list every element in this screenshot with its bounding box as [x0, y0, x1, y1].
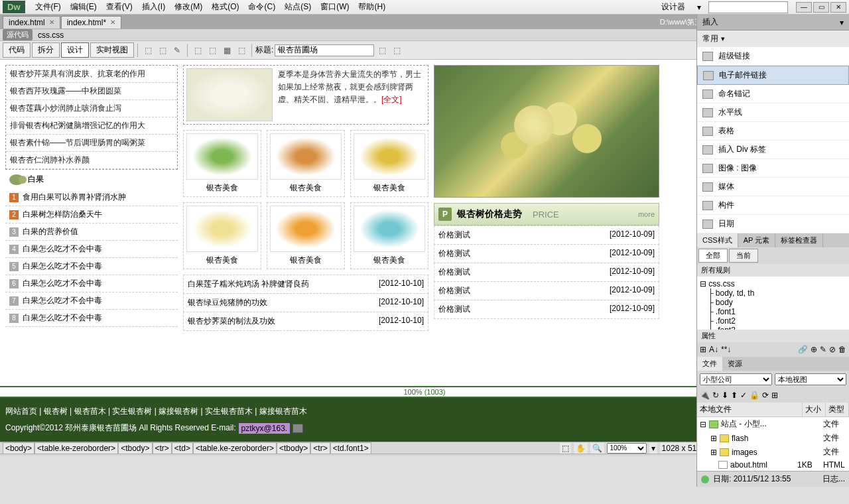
- selection-tool-icon[interactable]: ⬚: [560, 443, 571, 454]
- tag-inspector-tab[interactable]: 标签检查器: [775, 233, 823, 247]
- menu-window[interactable]: 窗口(W): [316, 0, 354, 14]
- food-item[interactable]: 银杏美食: [350, 202, 428, 269]
- list-item[interactable]: 2白果树怎样防治桑天牛: [5, 206, 178, 223]
- toolbar-icon[interactable]: ⬚: [390, 44, 403, 57]
- css-rules-tree[interactable]: ⊟ css.css ├ body, td, th ├ body ├ .font1…: [697, 277, 849, 330]
- close-button[interactable]: ✕: [830, 2, 846, 13]
- hand-tool-icon[interactable]: ✋: [574, 443, 588, 454]
- read-more-link[interactable]: [全文]: [381, 95, 402, 104]
- insert-item[interactable]: 命名锚记: [697, 85, 849, 103]
- add-property-icon[interactable]: ⊞: [700, 345, 706, 354]
- food-item[interactable]: 银杏美食: [267, 202, 345, 269]
- tag-selector-item[interactable]: <td.font1>: [330, 442, 371, 454]
- refresh-icon[interactable]: ↻: [712, 391, 719, 400]
- put-icon[interactable]: ⬆: [731, 391, 738, 400]
- list-item[interactable]: 白果莲子糯米炖鸡汤 补脾健肾良药[2012-10-10]: [183, 275, 428, 294]
- tag-selector-item[interactable]: <tr>: [153, 442, 172, 454]
- email-icon[interactable]: [293, 424, 303, 433]
- list-item[interactable]: 价格测试[2012-10-09]: [434, 225, 659, 245]
- food-item[interactable]: 银杏美食: [267, 130, 345, 197]
- attach-icon[interactable]: 🔗: [798, 345, 808, 354]
- split-view-button[interactable]: 拆分: [32, 42, 60, 58]
- minimize-button[interactable]: —: [796, 2, 812, 13]
- files-tab[interactable]: 文件: [697, 357, 722, 371]
- tag-selector-item[interactable]: <td>: [172, 442, 193, 454]
- list-item[interactable]: 3白果的营养价值: [5, 223, 178, 241]
- category-icon[interactable]: **↓: [721, 345, 731, 354]
- log-link[interactable]: 日志...: [822, 473, 845, 485]
- maximize-button[interactable]: ▭: [813, 2, 829, 13]
- list-item[interactable]: 价格测试[2012-10-09]: [434, 244, 659, 263]
- site-select[interactable]: 小型公司: [700, 373, 772, 385]
- list-item[interactable]: 银杏炒芹菜具有润皮肤、抗衰老的作用: [6, 66, 177, 83]
- current-rules-button[interactable]: 当前: [729, 249, 758, 263]
- files-tree[interactable]: 本地文件 大小 类型 ⊟站点 - 小型...文件 ⊞flash文件 ⊞image…: [697, 403, 849, 471]
- tag-selector-item[interactable]: <table.ke-zeroborder>: [34, 442, 118, 454]
- list-item[interactable]: 银杏炒荠菜的制法及功效[2012-10-10]: [183, 312, 428, 331]
- list-item[interactable]: 价格测试[2012-10-09]: [434, 263, 659, 282]
- list-item[interactable]: 5白果怎么吃才不会中毒: [5, 258, 178, 275]
- related-file[interactable]: css.css: [38, 31, 64, 40]
- list-item[interactable]: 排骨银杏枸杞粥健脑增强记忆的作用大: [6, 117, 177, 135]
- sort-icon[interactable]: A↓: [709, 345, 718, 354]
- insert-item[interactable]: 水平线: [697, 103, 849, 122]
- file-tab[interactable]: index.html✕: [3, 16, 60, 29]
- food-item[interactable]: 银杏美食: [183, 130, 261, 197]
- toolbar-icon[interactable]: ⬚: [235, 44, 248, 57]
- insert-item[interactable]: 构件: [697, 196, 849, 215]
- tag-selector-item[interactable]: <tr>: [310, 442, 330, 454]
- insert-item[interactable]: 图像 : 图像: [697, 159, 849, 178]
- insert-panel-tab[interactable]: 插入▾: [697, 15, 849, 31]
- connect-icon[interactable]: 🔌: [700, 391, 710, 400]
- list-item[interactable]: 8白果怎么吃才不会中毒: [5, 310, 178, 327]
- css-styles-tab[interactable]: CSS样式: [697, 233, 738, 247]
- tag-selector-item[interactable]: <table.ke-zeroborder>: [193, 442, 277, 454]
- insert-item[interactable]: 日期: [697, 215, 849, 233]
- tag-selector-item[interactable]: <tbody>: [118, 442, 152, 454]
- list-item[interactable]: 价格测试[2012-10-09]: [434, 281, 659, 300]
- toolbar-icon[interactable]: ▦: [220, 44, 233, 57]
- menu-view[interactable]: 查看(V): [101, 0, 137, 14]
- insert-item[interactable]: 媒体: [697, 178, 849, 196]
- edit-icon[interactable]: ✎: [820, 345, 826, 354]
- delete-icon[interactable]: 🗑: [838, 345, 846, 354]
- list-item[interactable]: 7白果怎么吃才不会中毒: [5, 292, 178, 310]
- list-item[interactable]: 银杏西芹玫瑰露——中秋团圆菜: [6, 83, 177, 100]
- insert-item[interactable]: 电子邮件链接: [697, 66, 849, 85]
- toolbar-icon[interactable]: ⬚: [141, 44, 155, 57]
- list-item[interactable]: 4白果怎么吃才不会中毒: [5, 241, 178, 258]
- sync-icon[interactable]: ⟳: [762, 391, 769, 400]
- insert-item[interactable]: 表格: [697, 122, 849, 141]
- menu-file[interactable]: 文件(F): [31, 0, 66, 14]
- new-rule-icon[interactable]: ⊕: [811, 345, 817, 354]
- toolbar-icon[interactable]: ✎: [170, 44, 184, 57]
- insert-category[interactable]: 常用 ▾: [697, 31, 849, 47]
- live-view-button[interactable]: 实时视图: [90, 42, 134, 58]
- list-item[interactable]: 银杏素什锦——节后调理肠胃的喝粥菜: [6, 135, 177, 152]
- title-input[interactable]: [275, 44, 374, 56]
- file-tab-active[interactable]: index.html*✕: [61, 16, 121, 29]
- menu-format[interactable]: 格式(O): [207, 0, 243, 14]
- toolbar-icon[interactable]: ⬚: [191, 44, 204, 57]
- close-icon[interactable]: ✕: [49, 19, 54, 26]
- list-item[interactable]: 银杏杏仁润肺补水养颜: [6, 152, 177, 169]
- menu-modify[interactable]: 修改(M): [170, 0, 207, 14]
- menu-insert[interactable]: 插入(I): [137, 0, 170, 14]
- assets-tab[interactable]: 资源: [722, 357, 748, 371]
- list-item[interactable]: 银杏莲藕小炒润肺止咳消食止泻: [6, 100, 177, 117]
- toolbar-icon[interactable]: ⬚: [206, 44, 219, 57]
- food-item[interactable]: 银杏美食: [350, 130, 428, 197]
- disable-icon[interactable]: ⊘: [829, 345, 836, 354]
- view-select[interactable]: 本地视图: [775, 373, 847, 385]
- zoom-tool-icon[interactable]: 🔍: [590, 443, 604, 454]
- get-icon[interactable]: ⬇: [722, 391, 728, 400]
- dropdown-icon[interactable]: ▾: [692, 1, 706, 13]
- workspace-switcher[interactable]: 设计器: [657, 0, 690, 14]
- search-input[interactable]: [708, 1, 788, 13]
- list-item[interactable]: 1食用白果可以养胃补肾消水肿: [5, 189, 178, 206]
- tag-selector-item[interactable]: <body>: [3, 442, 34, 454]
- list-item[interactable]: 银杏绿豆炖猪肺的功效[2012-10-10]: [183, 293, 428, 312]
- food-item[interactable]: 银杏美食: [183, 202, 261, 269]
- more-link[interactable]: more: [638, 210, 655, 218]
- menu-site[interactable]: 站点(S): [280, 0, 316, 14]
